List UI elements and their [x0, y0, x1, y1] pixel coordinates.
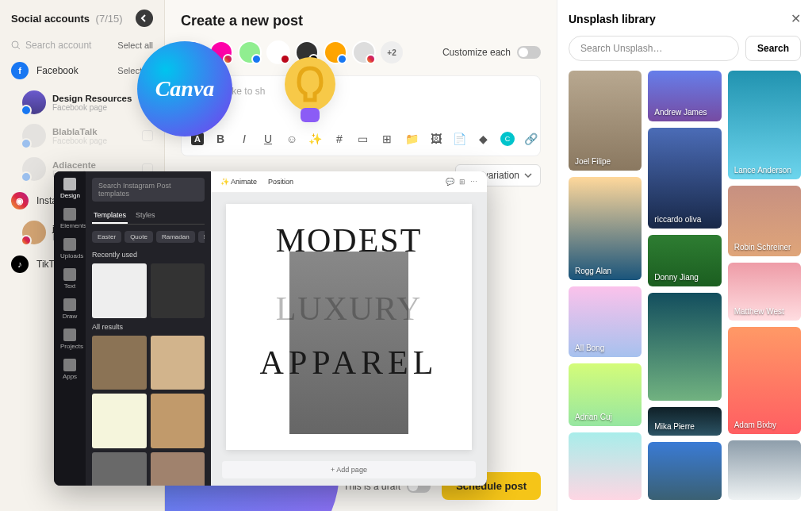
canva-artboard[interactable]: MODEST LUXURY APPAREL: [226, 204, 472, 450]
rail-apps[interactable]: Apps: [60, 359, 79, 378]
unsplash-icon[interactable]: ◆: [477, 132, 491, 146]
svg-rect-2: [301, 108, 320, 122]
facebook-icon: f: [11, 62, 29, 79]
compose-box[interactable]: that you like to sh A B I U ☺ ✨ # ▭ ⊞ 📁 …: [181, 75, 541, 156]
rail-text[interactable]: Text: [60, 268, 79, 287]
unsplash-photo[interactable]: Robin Schreiner: [728, 186, 801, 257]
artboard-image: [289, 252, 408, 434]
photo-credit: Andrew James: [654, 108, 707, 117]
canva-search-input[interactable]: Search Instagram Post templates: [92, 178, 205, 202]
template-thumb[interactable]: [92, 336, 147, 390]
photo-credit: Joel Filipe: [575, 157, 611, 166]
unsplash-photo[interactable]: Rogg Alan: [569, 177, 642, 280]
photo-credit: Adrian Cuj: [575, 413, 612, 421]
template-thumb[interactable]: [151, 394, 205, 448]
folder-icon[interactable]: 📁: [405, 132, 419, 146]
tab-templates[interactable]: Templates: [92, 208, 128, 224]
comment-icon[interactable]: 💬: [446, 178, 454, 186]
rail-elements[interactable]: Elements: [60, 208, 79, 227]
template-thumb[interactable]: [151, 336, 205, 390]
select-all-link[interactable]: Select all: [117, 40, 153, 50]
unsplash-photo[interactable]: riccardo oliva: [648, 128, 721, 229]
account-checkbox[interactable]: [142, 130, 153, 141]
unsplash-photo[interactable]: Andrew James: [648, 71, 721, 121]
more-icon[interactable]: ⋯: [470, 178, 477, 186]
animate-button[interactable]: ✨ Animate: [220, 178, 257, 186]
photo-credit: Rogg Alan: [575, 267, 611, 275]
unsplash-panel: Unsplash library ✕ Search Unsplash… Sear…: [557, 0, 812, 511]
page-title: Create a new post: [181, 13, 541, 29]
template-thumb[interactable]: [92, 452, 147, 486]
italic-icon[interactable]: I: [237, 132, 251, 146]
link-icon[interactable]: 🔗: [524, 132, 538, 146]
template-chip[interactable]: Easter: [92, 231, 121, 243]
photo-credit: Lance Anderson: [734, 166, 791, 175]
unsplash-title: Unsplash library: [569, 13, 656, 25]
template-thumb[interactable]: [92, 394, 147, 448]
variable-icon[interactable]: ⊞: [380, 132, 394, 146]
underline-icon[interactable]: U: [261, 132, 275, 146]
sidebar-title: Social accounts (7/15): [11, 13, 123, 25]
unsplash-photo[interactable]: [648, 442, 721, 500]
section-results: All results: [92, 323, 205, 331]
unsplash-photo[interactable]: Adam Bixby: [728, 327, 801, 434]
photo-credit: Matthew West: [734, 307, 784, 316]
unsplash-photo[interactable]: Adrian Cuj: [569, 363, 642, 426]
photo-credit: Mika Pierre: [654, 422, 695, 431]
template-thumb[interactable]: [92, 263, 147, 318]
photo-credit: Robin Schreiner: [734, 243, 791, 252]
customize-toggle[interactable]: [517, 46, 541, 59]
tab-styles[interactable]: Styles: [134, 208, 157, 224]
search-icon: [11, 40, 21, 50]
bold-icon[interactable]: B: [213, 132, 228, 146]
photo-credit: All Bong: [575, 344, 604, 352]
unsplash-photo[interactable]: [648, 293, 721, 401]
template-thumb[interactable]: [151, 263, 205, 318]
snippet-icon[interactable]: ▭: [356, 132, 370, 146]
canva-icon[interactable]: C: [500, 132, 515, 146]
photo-credit: Donny Jiang: [654, 273, 699, 282]
photo-credit: riccardo oliva: [654, 215, 701, 224]
close-icon[interactable]: ✕: [791, 11, 801, 26]
artboard-text: LUXURY: [276, 290, 423, 328]
canva-logo-badge: Canva: [137, 41, 232, 136]
collapse-sidebar-button[interactable]: [136, 10, 153, 27]
artboard-text: MODEST: [276, 221, 423, 259]
unsplash-photo[interactable]: Joel Filipe: [569, 71, 642, 171]
svg-point-1: [285, 57, 335, 111]
layers-icon[interactable]: ⊞: [459, 178, 465, 186]
unsplash-photo[interactable]: All Bong: [569, 286, 642, 357]
compose-placeholder: that you like to sh: [191, 86, 530, 97]
photo-credit: Adam Bixby: [734, 421, 776, 429]
unsplash-search-input[interactable]: Search Unsplash…: [569, 36, 739, 61]
account-item[interactable]: BlablaTalkFacebook page: [0, 119, 164, 152]
section-recent: Recently used: [92, 251, 205, 259]
template-chip[interactable]: Quote: [124, 231, 153, 243]
unsplash-photo[interactable]: Donny Jiang: [648, 235, 721, 286]
template-chip[interactable]: Spring: [198, 231, 205, 243]
instagram-icon: ◉: [11, 192, 29, 209]
unsplash-photo[interactable]: Lance Anderson: [728, 71, 801, 179]
unsplash-search-button[interactable]: Search: [745, 36, 801, 61]
template-thumb[interactable]: [151, 452, 205, 486]
unsplash-photo[interactable]: Mika Pierre: [648, 407, 721, 436]
tiktok-icon: ♪: [11, 256, 29, 273]
rail-design[interactable]: Design: [60, 178, 79, 197]
avatar[interactable]: [238, 40, 262, 64]
more-avatars[interactable]: +2: [381, 41, 403, 63]
add-page-button[interactable]: + Add page: [222, 461, 476, 478]
search-account-input[interactable]: Search account: [11, 40, 111, 51]
unsplash-photo[interactable]: [728, 440, 801, 500]
unsplash-gallery: Joel FilipeRogg AlanAll BongAdrian Cuj A…: [569, 71, 801, 500]
canva-rail: DesignElementsUploadsTextDrawProjectsApp…: [54, 171, 86, 486]
unsplash-photo[interactable]: [569, 432, 642, 500]
position-button[interactable]: Position: [268, 178, 293, 186]
rail-uploads[interactable]: Uploads: [60, 238, 79, 257]
document-icon[interactable]: 📄: [453, 132, 467, 146]
template-chip[interactable]: Ramadan: [156, 231, 195, 243]
image-icon[interactable]: 🖼: [429, 132, 443, 146]
rail-projects[interactable]: Projects: [60, 328, 79, 348]
unsplash-photo[interactable]: Matthew West: [728, 263, 801, 321]
avatar[interactable]: [352, 40, 376, 64]
rail-draw[interactable]: Draw: [60, 298, 79, 317]
